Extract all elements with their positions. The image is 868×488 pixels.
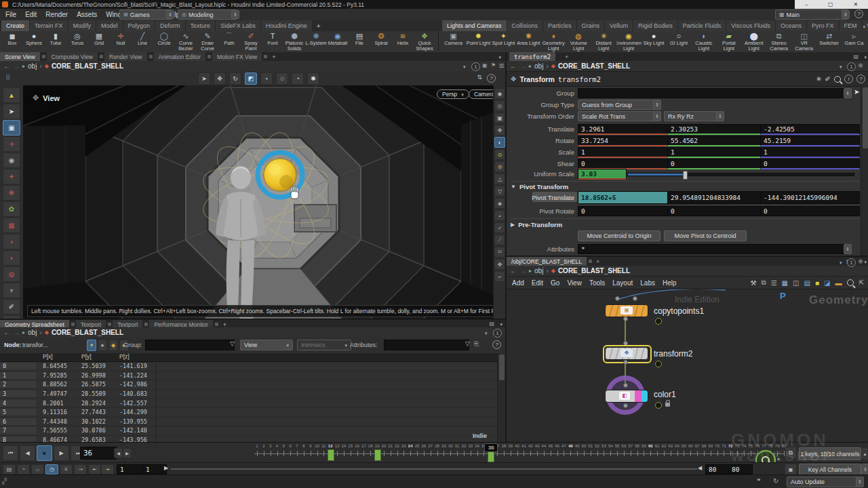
tool-gi-light[interactable]: ○GI Light	[666, 32, 691, 52]
node-input-dot[interactable]	[615, 296, 620, 301]
scene-tab-close-dot[interactable]	[42, 55, 45, 58]
rotate-order-spinner[interactable]	[716, 111, 724, 121]
gs-crumb-root[interactable]: obj	[28, 329, 37, 336]
tool-quick-shapes[interactable]: ❖Quick Shapes	[414, 32, 435, 52]
image-badge-icon[interactable]: ▤	[804, 279, 810, 287]
scene-tab-2[interactable]: Render View	[104, 52, 148, 61]
tool-box[interactable]: ◼Box	[1, 32, 23, 52]
spreadsheet-pane-split-icon[interactable]: ▤	[489, 321, 494, 327]
tool-camera[interactable]: ▣Camera	[441, 32, 466, 52]
tool-stereo-camera[interactable]: ⧉Stereo Camera	[766, 32, 791, 52]
pivot-translate-x[interactable]: 18.8562+5	[578, 191, 671, 204]
table-row[interactable]: 28.8856226.5875-142.986	[0, 380, 497, 390]
gs-tab-close-dot[interactable]	[215, 323, 218, 326]
gs-attr-filter-icon[interactable]: ▽	[465, 340, 470, 347]
shelf-tab-r-4[interactable]: Vellum	[605, 20, 633, 31]
current-frame-field[interactable]: 36	[80, 447, 117, 460]
spreadsheet-table[interactable]: P[x]P[y]P[z] 08.6454525.5039-141.61917.9…	[0, 353, 497, 442]
node-output-dot[interactable]	[623, 403, 628, 408]
select-arrow-icon[interactable]: ➤	[3, 104, 20, 119]
minimize-button[interactable]: –	[805, 1, 808, 7]
scale-y-field[interactable]: 1	[667, 147, 764, 158]
modeling-mode-select[interactable]: ◎ Modeling	[178, 9, 237, 20]
gear-icon[interactable]: ✱	[307, 73, 319, 85]
magnifier-icon[interactable]	[834, 76, 841, 83]
slash-display-icon[interactable]: ⟋	[494, 235, 505, 245]
translate-handle-icon[interactable]: ✥	[214, 73, 226, 85]
scene-pane-menu-chevron[interactable]	[496, 53, 501, 60]
global-end-field[interactable]: 80	[728, 464, 753, 474]
games-spinner[interactable]	[166, 10, 174, 19]
shelf-tab-6[interactable]: Texture	[186, 20, 216, 31]
range-start-arrow-button[interactable]: ⇤	[88, 464, 101, 474]
net-menu-labs[interactable]: Labs	[640, 279, 655, 287]
curve-hull-icon[interactable]: ✓	[494, 222, 505, 233]
show-handles-icon[interactable]: ✛	[3, 136, 20, 152]
range-start-field[interactable]: 1	[142, 464, 167, 474]
shelf-tab-r-2[interactable]: Particles	[543, 20, 577, 31]
update-mode-spinner[interactable]	[856, 476, 864, 487]
gs-attr-extra-icon[interactable]: ⎘	[474, 340, 479, 348]
lock-camera-icon[interactable]: ▣	[494, 113, 505, 123]
pin-pane-icon[interactable]: ⚑	[491, 62, 496, 68]
playhead-tooltip[interactable]: 36	[484, 443, 498, 452]
camera-view-selector[interactable]: Camera	[469, 89, 493, 99]
scene-tab-1[interactable]: Composite View	[47, 52, 98, 61]
n-back-arrow-icon[interactable]: ←	[510, 267, 517, 274]
shelf-tab-0[interactable]: Create	[1, 20, 30, 31]
visibility-icon[interactable]: ◉	[494, 88, 505, 99]
tree-view-icon[interactable]: ⧉	[761, 279, 766, 287]
n-link-badge[interactable]: 1	[847, 258, 856, 267]
tool-environment-light[interactable]: ◉Environment Light	[616, 32, 642, 52]
more-tools-chevron-icon[interactable]: ▾	[3, 283, 20, 298]
menu-file[interactable]: File	[5, 11, 16, 18]
gs-group-input[interactable]	[145, 340, 235, 350]
pivot-rotate-x[interactable]: 0	[578, 206, 671, 216]
shear-x-field[interactable]: 0	[578, 159, 671, 169]
shear-z-field[interactable]: 0	[760, 159, 860, 169]
scale-x-field[interactable]: 1	[578, 147, 671, 158]
group-type-spinner[interactable]	[653, 100, 661, 110]
gs-view-select[interactable]: View	[240, 340, 293, 350]
maximize-button[interactable]: ▢	[828, 1, 833, 7]
rotate-order-select[interactable]: Rx Ry Rz	[664, 111, 722, 121]
tool-caustic-light[interactable]: ◗Caustic Light	[691, 32, 716, 52]
menu-edit[interactable]: Edit	[25, 11, 37, 18]
playbar-realtime-icon[interactable]: ◷	[45, 464, 58, 474]
gs-crumb-node[interactable]: CORE_BLAST_SHELL	[52, 329, 123, 336]
playbar-loop-icon[interactable]: ◔	[17, 464, 30, 474]
point-markers-icon[interactable]: ⊙	[494, 149, 505, 160]
shelf-overflow-chevron[interactable]	[861, 22, 865, 30]
gs-help-icon[interactable]: ?	[492, 340, 501, 349]
gs-intrinsics-select[interactable]: Intrinsics	[297, 340, 351, 350]
keys-channels-button[interactable]: 1 keys, 10/10 channels	[799, 447, 861, 460]
shelf-tab-add[interactable]: +	[313, 22, 325, 30]
group-dropdown[interactable]	[844, 88, 852, 98]
pivot-rotate-z[interactable]: 0	[760, 206, 860, 216]
param-help-icon[interactable]: ?	[856, 75, 865, 83]
tool-switcher[interactable]: ⇄Switcher	[816, 32, 842, 52]
info-circle-icon[interactable]: i	[844, 75, 853, 83]
node-label[interactable]: copytopoints1	[654, 306, 704, 316]
scene-tab-close-dot[interactable]	[100, 55, 103, 58]
ghost-objects-icon[interactable]: ◎	[494, 100, 505, 111]
shelf-tab-1[interactable]: Terrain FX	[30, 20, 68, 31]
tool-null[interactable]: ✛Null	[110, 32, 132, 52]
key-options-chevron[interactable]	[775, 455, 780, 462]
toolbar-grip-icon[interactable]: ⠿	[5, 74, 11, 81]
params-pane-split-icon[interactable]: ▤	[853, 54, 859, 60]
snap-grid-magnet-icon[interactable]: ▦	[3, 218, 20, 233]
node-input-dot[interactable]	[623, 383, 628, 388]
crumb-node[interactable]: CORE_BLAST_SHELL	[52, 62, 123, 70]
table-row[interactable]: 67.4434830.1022-139.955	[0, 418, 497, 427]
go-start-button[interactable]: ⏮	[3, 445, 18, 461]
attributes-input[interactable]: *	[578, 244, 849, 254]
pivot-section-header[interactable]: ▼ Pivot Transform	[511, 181, 860, 190]
menu-assets[interactable]: Assets	[77, 11, 97, 18]
translate-x-field[interactable]: 3.2961	[578, 124, 671, 135]
network-add-tab-button[interactable]: +	[596, 258, 599, 265]
refresh-icon[interactable]: ↻	[773, 477, 778, 485]
playbar-audio-icon[interactable]: ≡	[60, 464, 73, 474]
pivot-rotate-y[interactable]: 0	[667, 206, 764, 216]
tool-volume-light[interactable]: ◍Volume Light	[566, 32, 591, 52]
